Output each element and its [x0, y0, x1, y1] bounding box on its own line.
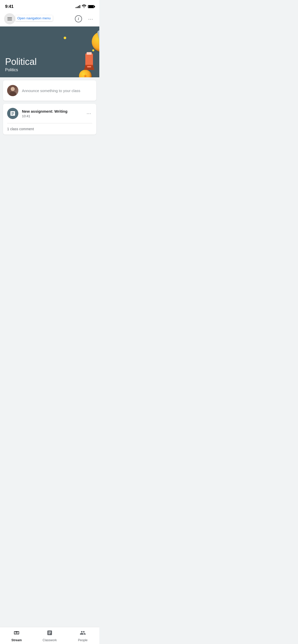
more-button[interactable]: ···	[86, 14, 95, 23]
class-banner: Political Politics	[0, 26, 99, 77]
announce-placeholder: Announce something to your class	[22, 89, 80, 93]
assignment-info: New assignment: Writing 10:41	[22, 109, 82, 118]
hamburger-icon	[7, 19, 12, 19]
class-title: Political	[5, 56, 94, 67]
assignment-header: New assignment: Writing 10:41 ···	[3, 104, 96, 123]
nav-bar: Open navigation menu i ···	[0, 11, 99, 26]
hamburger-icon	[7, 17, 12, 18]
class-subtitle: Politics	[5, 68, 94, 72]
user-avatar	[7, 85, 18, 96]
assignment-comments[interactable]: 1 class comment	[3, 123, 96, 135]
status-time: 9:41	[5, 4, 13, 9]
battery-icon	[88, 5, 94, 8]
status-bar: 9:41	[0, 0, 99, 11]
announce-card[interactable]: Announce something to your class	[3, 80, 96, 101]
assignment-card: New assignment: Writing 10:41 ··· 1 clas…	[3, 104, 96, 135]
avatar-body	[9, 92, 16, 96]
assignment-title: New assignment: Writing	[22, 109, 82, 114]
content-spacer	[3, 138, 96, 214]
signal-icon	[76, 5, 80, 8]
menu-button[interactable]	[4, 13, 15, 24]
svg-rect-2	[87, 52, 92, 55]
avatar-image	[7, 85, 18, 96]
nav-tooltip: Open navigation menu	[15, 15, 53, 21]
assignment-time: 10:41	[22, 114, 82, 118]
hamburger-icon	[7, 20, 12, 20]
info-button[interactable]: i	[74, 14, 83, 23]
info-icon: i	[75, 15, 82, 22]
assignment-icon	[7, 108, 18, 119]
avatar-face	[11, 87, 15, 91]
status-icons	[76, 5, 94, 9]
wifi-icon	[82, 5, 86, 9]
coin-dot-1	[64, 37, 66, 39]
assignment-more-button[interactable]: ···	[86, 110, 92, 117]
content-area: Announce something to your class New ass…	[0, 77, 99, 217]
nav-right-buttons: i ···	[74, 14, 95, 23]
